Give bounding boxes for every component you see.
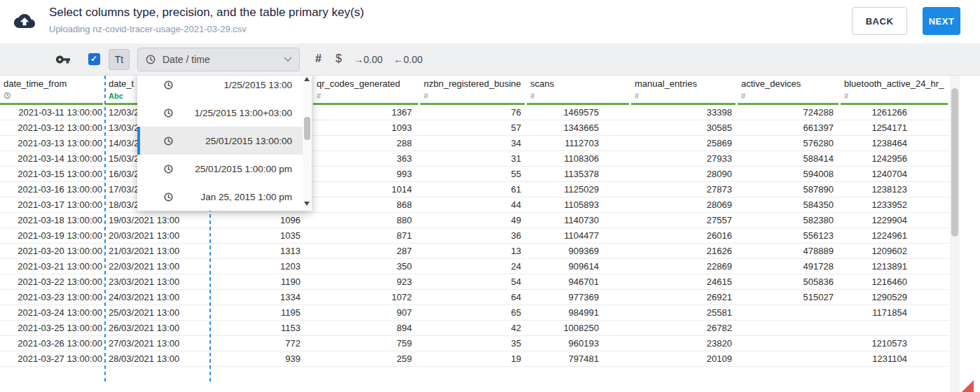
column-type-value: Date / time xyxy=(163,54,284,65)
format-option[interactable]: 25/01/2015 13:00:00 xyxy=(137,127,312,155)
table-cell: 24/03/2021 13:00 xyxy=(105,290,210,304)
table-cell: 1153 xyxy=(210,321,313,335)
format-option[interactable]: Jan 25, 2015 1:00 pm xyxy=(137,183,312,211)
table-cell: 1014 xyxy=(313,182,420,197)
table-cell: 2021-03-22 13:00:00 xyxy=(0,274,105,289)
table-cell: 2021-03-19 13:00:00 xyxy=(0,228,105,243)
table-cell: 2021-03-17 13:00:00 xyxy=(0,197,105,212)
column-header[interactable]: scans# xyxy=(527,76,631,105)
table-cell: 27873 xyxy=(631,182,738,197)
column-header[interactable]: active_devices# xyxy=(738,76,841,105)
table-cell: 923 xyxy=(313,274,420,289)
table-cell: 491728 xyxy=(738,259,841,274)
table-cell: 1238123 xyxy=(841,182,950,197)
table-cell xyxy=(841,321,950,335)
table-cell: 65 xyxy=(420,305,527,320)
include-column-checkbox[interactable] xyxy=(88,53,100,65)
table-cell: 2021-03-26 13:00:00 xyxy=(0,336,105,351)
column-name: manual_entries xyxy=(635,78,738,89)
table-cell: 55 xyxy=(420,167,527,181)
column-header[interactable]: qr_codes_generated# xyxy=(313,76,420,105)
table-cell: 26/03/2021 13:00 xyxy=(105,321,210,335)
vertical-scrollbar[interactable] xyxy=(950,76,960,392)
table-cell: 26782 xyxy=(631,321,738,335)
table-row: 2021-03-22 13:00:0023/03/2021 13:0011909… xyxy=(0,274,950,290)
next-button[interactable]: NEXT xyxy=(923,7,960,35)
table-cell: 363 xyxy=(313,151,420,166)
table-cell: 2021-03-14 13:00:00 xyxy=(0,151,105,166)
table-cell: 977369 xyxy=(527,290,631,304)
text-type-button[interactable]: Tt xyxy=(109,49,130,70)
column-type-indicator: # xyxy=(741,92,841,102)
column-header[interactable]: date_time_from xyxy=(0,76,105,105)
primary-key-icon[interactable] xyxy=(55,52,71,70)
table-cell: 587890 xyxy=(738,182,841,197)
table-cell: 868 xyxy=(313,197,420,212)
column-name: active_devices xyxy=(741,78,841,89)
page-title: Select columns type, precision, and the … xyxy=(49,6,364,20)
table-cell: 42 xyxy=(420,321,527,335)
number-type-icon[interactable]: # xyxy=(315,52,322,65)
table-cell: 588414 xyxy=(738,151,841,166)
table-cell: 350 xyxy=(313,259,420,274)
format-option[interactable]: 1/25/2015 13:00+03:00 xyxy=(137,99,312,127)
table-cell: 1233952 xyxy=(841,197,950,212)
dropdown-scrollbar[interactable] xyxy=(303,71,312,211)
table-row: 2021-03-23 13:00:0024/03/2021 13:0013341… xyxy=(0,290,950,305)
table-cell: 20/03/2021 13:00 xyxy=(105,228,210,243)
column-type-indicator: # xyxy=(844,92,950,102)
table-cell: 1367 xyxy=(313,105,420,120)
table-cell: 661397 xyxy=(738,120,841,135)
table-cell: 2021-03-27 13:00:00 xyxy=(0,351,105,366)
table-cell: 22869 xyxy=(631,259,738,274)
table-cell: 28/03/2021 13:00 xyxy=(105,351,210,366)
table-cell: 49 xyxy=(420,213,527,227)
table-cell: 33398 xyxy=(631,105,738,120)
corner-resize-marker xyxy=(962,380,974,392)
column-type-dropdown[interactable]: Date / time xyxy=(137,48,300,71)
table-cell: 44 xyxy=(420,197,527,212)
precision-increase-button[interactable]: →0.00 xyxy=(354,54,382,65)
scroll-up-icon[interactable] xyxy=(304,77,310,81)
currency-type-icon[interactable]: $ xyxy=(336,52,342,65)
table-cell: 880 xyxy=(313,213,420,227)
table-cell: 21/03/2021 13:00 xyxy=(105,244,210,258)
table-cell: 584350 xyxy=(738,197,841,212)
table-cell: 2021-03-18 13:00:00 xyxy=(0,213,105,227)
table-cell xyxy=(738,351,841,366)
table-cell: 13 xyxy=(420,244,527,258)
selected-column-left-boundary xyxy=(104,76,106,382)
column-header[interactable]: bluetooth_active_24_hr_# xyxy=(841,76,950,105)
table-cell: 22/03/2021 13:00 xyxy=(105,259,210,274)
table-cell: 34 xyxy=(420,136,527,150)
column-header[interactable]: nzbn_registered_busine# xyxy=(420,76,527,105)
table-cell: 21626 xyxy=(631,244,738,258)
table-row: 2021-03-24 13:00:0025/03/2021 13:0011959… xyxy=(0,305,950,321)
vertical-scroll-thumb[interactable] xyxy=(951,88,958,237)
table-cell xyxy=(738,321,841,335)
dropdown-scroll-thumb[interactable] xyxy=(304,117,310,140)
clock-icon xyxy=(163,136,174,146)
table-cell: 31 xyxy=(420,151,527,166)
table-cell: 1008250 xyxy=(527,321,631,335)
table-cell: 28090 xyxy=(631,167,738,181)
table-cell: 2021-03-20 13:00:00 xyxy=(0,244,105,258)
table-cell: 24615 xyxy=(631,274,738,289)
table-cell: 1108306 xyxy=(527,151,631,166)
scroll-down-icon[interactable] xyxy=(304,202,310,206)
chevron-down-icon xyxy=(284,57,292,62)
table-cell: 1343665 xyxy=(527,120,631,135)
table-cell: 594008 xyxy=(738,167,841,181)
column-header[interactable]: manual_entries# xyxy=(631,76,738,105)
clock-icon xyxy=(163,80,174,90)
back-button[interactable]: BACK xyxy=(852,7,907,35)
column-name: nzbn_registered_busine xyxy=(424,78,527,89)
precision-decrease-button[interactable]: ←0.00 xyxy=(394,54,422,65)
table-cell: 287 xyxy=(313,244,420,258)
table-cell: 1229904 xyxy=(841,213,950,227)
format-option[interactable]: 25/01/2015 1:00:00 pm xyxy=(137,155,312,183)
column-name: date_time_from xyxy=(4,78,105,89)
table-cell: 1105893 xyxy=(527,197,631,212)
table-cell: 871 xyxy=(313,228,420,243)
table-cell: 1195 xyxy=(210,305,313,320)
